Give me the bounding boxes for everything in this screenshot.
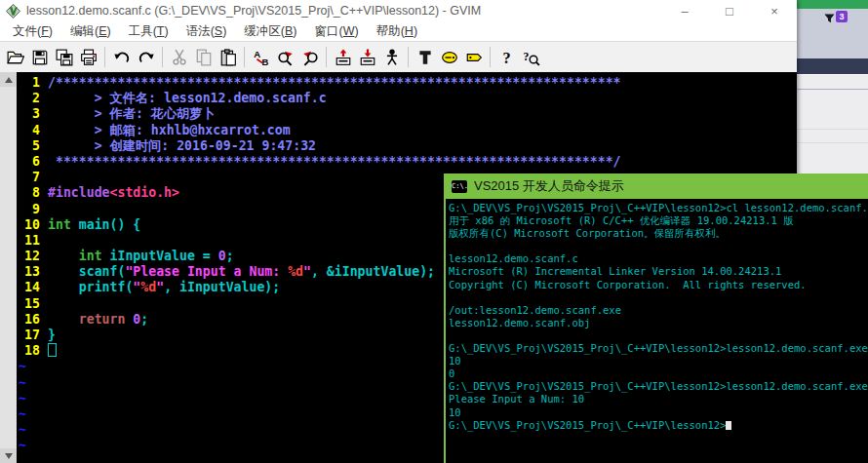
code-line-6[interactable]: 6 **************************************… — [17, 154, 797, 170]
console-line: G:\_DEV\VS_Proj\VS2015_Proj\_C++VIP\less… — [449, 380, 868, 393]
console-line: Microsoft (R) Incremental Linker Version… — [449, 265, 868, 278]
background-list — [796, 74, 868, 174]
console-line: Copyright (C) Microsoft Corporation. All… — [449, 279, 868, 291]
toolbar-copy-button — [191, 45, 216, 69]
toolbar-find-help-button[interactable]: ? — [519, 45, 543, 69]
toolbar-make-button[interactable] — [413, 45, 437, 69]
print-icon — [80, 49, 98, 66]
filter-count-badge[interactable]: 3 — [836, 11, 848, 22]
scrollbar-track[interactable] — [0, 87, 17, 448]
scroll-up-arrow-icon[interactable] — [0, 72, 17, 87]
menu-edit[interactable]: 编辑(E) — [61, 23, 120, 40]
toolbar-paste-button[interactable] — [216, 45, 240, 69]
console-titlebar[interactable]: C:\. VS2015 开发人员命令提示 — [444, 174, 868, 199]
line-number: 14 — [17, 280, 48, 295]
code-line-5[interactable]: 5 > 创建时间: 2016-09-21 9:47:32 — [17, 138, 797, 154]
maximize-button[interactable]: □ — [707, 0, 752, 21]
undo-icon — [113, 49, 131, 66]
toolbar-open-button[interactable] — [3, 45, 27, 69]
background-header: 3 — [796, 9, 868, 58]
redo-icon — [138, 49, 155, 66]
menu-syntax[interactable]: 语法(S) — [178, 23, 236, 40]
code-line-1[interactable]: 1/**************************************… — [17, 75, 797, 91]
left-scrollbar[interactable] — [0, 72, 17, 463]
svg-text:?: ? — [523, 49, 529, 62]
console-line: /out:lesson12.demo.scanf.exe — [449, 304, 868, 317]
filter-funnel-icon[interactable] — [824, 11, 835, 21]
menu-tools[interactable]: 工具(T) — [120, 23, 178, 40]
code-line-3[interactable]: 3 > 作者: 花心胡萝卜 — [17, 106, 797, 122]
line-number: 10 — [17, 217, 48, 233]
toolbar-redo-button[interactable] — [134, 45, 158, 69]
code-token-ident: iInputValue = — [102, 249, 218, 263]
toolbar-session-save-button[interactable] — [355, 45, 379, 69]
console-line: 10 — [449, 406, 868, 419]
toolbar-separator — [490, 47, 491, 67]
console-line: Please Input a Num: 10 — [449, 393, 868, 405]
console-line — [449, 329, 868, 342]
menu-window[interactable]: 窗口(W) — [306, 23, 368, 40]
code-token-comment: > 文件名: lesson12.demo.scanf.c — [48, 91, 327, 105]
console-line: G:\_DEV\VS_Proj\VS2015_Proj\_C++VIP\less… — [449, 342, 868, 355]
toolbar-find-next-button[interactable] — [273, 45, 297, 69]
line-number: 4 — [17, 123, 48, 138]
line-number: 17 — [17, 328, 48, 343]
code-token-incfile: <stdio.h> — [110, 185, 179, 200]
toolbar-save-button[interactable] — [27, 45, 52, 69]
toolbar-save-all-button[interactable] — [52, 45, 76, 69]
toolbar-find-prev-button[interactable] — [297, 45, 322, 69]
code-token-ident — [48, 249, 79, 263]
code-token-ident: printf( — [48, 280, 133, 294]
background-window-strip: 3 — [796, 0, 868, 174]
vim-app-icon — [6, 4, 20, 19]
code-token-comment: ****************************************… — [48, 154, 621, 169]
minimize-button[interactable]: – — [662, 0, 707, 21]
make-icon — [416, 49, 434, 66]
toolbar-find-replace-button[interactable]: AB — [249, 45, 273, 69]
editor-cursor — [48, 343, 57, 357]
find-replace-icon: AB — [253, 49, 270, 66]
list-divider — [796, 142, 868, 143]
menu-buffers[interactable]: 缓冲区(B) — [235, 23, 305, 40]
code-token-type: int — [79, 249, 102, 263]
gvim-titlebar[interactable]: lesson12.demo.scanf.c (G:\_DEV\VS_Proj\V… — [0, 0, 797, 21]
svg-text:?: ? — [502, 49, 510, 66]
copy-icon — [195, 49, 213, 66]
toolbar-print-button[interactable] — [76, 45, 100, 69]
toolbar: AB?? — [0, 42, 797, 72]
jump-tag-icon — [465, 49, 483, 66]
console-line: lesson12.demo.scanf.c — [449, 252, 868, 265]
console-output[interactable]: G:\_DEV\VS_Proj\VS2015_Proj\_C++VIP\less… — [444, 199, 868, 463]
code-line-2[interactable]: 2 > 文件名: lesson12.demo.scanf.c — [17, 91, 797, 106]
build-tags-icon — [441, 49, 458, 66]
line-number: 5 — [17, 138, 48, 154]
code-token-statement: return — [79, 312, 126, 327]
toolbar-build-tags-button[interactable] — [437, 45, 461, 69]
find-prev-icon — [301, 49, 319, 66]
console-window-title: VS2015 开发人员命令提示 — [474, 177, 624, 195]
line-number: 15 — [17, 296, 48, 312]
code-token-ident: main() { — [71, 217, 140, 232]
toolbar-separator — [408, 47, 409, 67]
find-help-icon: ? — [523, 49, 540, 66]
menu-help[interactable]: 帮助(H) — [368, 23, 426, 40]
toolbar-help-button[interactable]: ? — [494, 45, 519, 69]
console-line — [449, 240, 868, 252]
gvim-window-title: lesson12.demo.scanf.c (G:\_DEV\VS_Proj\V… — [26, 4, 481, 18]
scroll-down-arrow-icon[interactable] — [0, 448, 17, 463]
line-number: 6 — [17, 154, 48, 170]
menu-file[interactable]: 文件(F) — [4, 23, 61, 40]
menu-bar: 文件(F)编辑(E)工具(T)语法(S)缓冲区(B)窗口(W)帮助(H) — [0, 21, 797, 42]
toolbar-jump-tag-button[interactable] — [461, 45, 486, 69]
code-token-type: int — [48, 217, 71, 232]
toolbar-session-load-button[interactable] — [331, 45, 355, 69]
close-button[interactable]: × — [752, 0, 797, 21]
code-token-format: %d — [140, 280, 156, 294]
code-line-4[interactable]: 4 > 邮箱: hxhlb@hxcarrot.com — [17, 123, 797, 138]
toolbar-run-script-button[interactable] — [379, 45, 404, 69]
code-token-ident: } — [48, 328, 56, 342]
toolbar-undo-button[interactable] — [109, 45, 134, 69]
run-script-icon — [383, 49, 401, 66]
toolbar-separator — [326, 47, 327, 67]
find-next-icon — [277, 49, 295, 66]
